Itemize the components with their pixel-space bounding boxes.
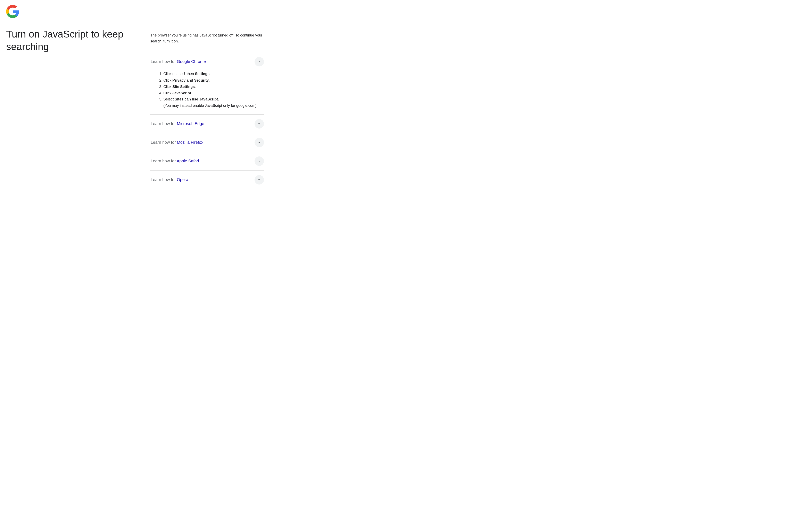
accordion-label: Learn how for Microsoft Edge: [151, 121, 204, 126]
step-text: .: [195, 85, 196, 89]
step-text: Click: [163, 91, 172, 95]
step-bold: Sites can use JavaScript: [175, 97, 218, 101]
browser-link-opera[interactable]: Opera: [177, 177, 188, 182]
browser-link-safari[interactable]: Apple Safari: [177, 159, 199, 163]
page-title: Turn on JavaScript to keep searching: [6, 28, 141, 53]
learn-prefix: Learn how for: [151, 121, 177, 126]
step-text: Click on the: [163, 72, 184, 76]
chrome-step-4: Click JavaScript.: [163, 90, 264, 97]
accordion-label: Learn how for Google Chrome: [151, 59, 206, 64]
accordion-toggle-chrome[interactable]: Learn how for Google Chrome: [150, 52, 264, 71]
step-bold: Site Settings: [172, 85, 195, 89]
chevron-down-icon: [255, 119, 264, 129]
browser-link-chrome[interactable]: Google Chrome: [177, 59, 206, 64]
chrome-step-3: Click Site Settings.: [163, 84, 264, 90]
browser-accordion: Learn how for Google Chrome Click on the…: [150, 52, 264, 189]
step-text: Select: [163, 97, 175, 101]
step-bold: Privacy and Security: [172, 78, 209, 82]
accordion-item-opera: Learn how for Opera: [150, 170, 264, 189]
vertical-dots-icon: [184, 71, 186, 78]
accordion-body-chrome: Click on the then Settings. Click Privac…: [150, 71, 264, 114]
accordion-toggle-opera[interactable]: Learn how for Opera: [150, 171, 264, 189]
chrome-step-1: Click on the then Settings.: [163, 71, 264, 78]
step-text: Click: [163, 85, 172, 89]
step-bold: Settings: [195, 72, 210, 76]
accordion-item-safari: Learn how for Apple Safari: [150, 152, 264, 170]
accordion-label: Learn how for Mozilla Firefox: [151, 140, 203, 145]
svg-point-1: [185, 73, 185, 74]
accordion-item-firefox: Learn how for Mozilla Firefox: [150, 133, 264, 152]
chevron-down-icon: [255, 156, 264, 166]
chevron-down-icon: [255, 175, 264, 185]
step-text: Click: [163, 78, 172, 82]
chrome-step-2: Click Privacy and Security.: [163, 78, 264, 84]
learn-prefix: Learn how for: [151, 59, 177, 64]
accordion-toggle-firefox[interactable]: Learn how for Mozilla Firefox: [150, 133, 264, 152]
accordion-toggle-edge[interactable]: Learn how for Microsoft Edge: [150, 114, 264, 133]
step-text: .: [210, 72, 211, 76]
step-text: .: [209, 78, 210, 82]
step-text: .: [191, 91, 192, 95]
step-text: .: [218, 97, 219, 101]
accordion-label: Learn how for Opera: [151, 177, 188, 182]
browser-link-edge[interactable]: Microsoft Edge: [177, 121, 204, 126]
step-bold: JavaScript: [172, 91, 191, 95]
chrome-step-note: (You may instead enable JavaScript only …: [163, 103, 264, 109]
chevron-up-icon: [255, 57, 264, 66]
accordion-label: Learn how for Apple Safari: [151, 159, 199, 163]
browser-link-firefox[interactable]: Mozilla Firefox: [177, 140, 203, 145]
learn-prefix: Learn how for: [151, 159, 177, 163]
step-text: then: [186, 72, 195, 76]
chrome-step-5: Select Sites can use JavaScript. (You ma…: [163, 97, 264, 109]
learn-prefix: Learn how for: [151, 177, 177, 182]
svg-point-2: [185, 74, 185, 75]
intro-text: The browser you're using has JavaScript …: [150, 33, 264, 44]
accordion-item-chrome: Learn how for Google Chrome Click on the…: [150, 52, 264, 114]
accordion-toggle-safari[interactable]: Learn how for Apple Safari: [150, 152, 264, 170]
learn-prefix: Learn how for: [151, 140, 177, 145]
google-logo-icon: [6, 5, 264, 18]
svg-point-0: [185, 72, 185, 73]
chevron-down-icon: [255, 138, 264, 147]
accordion-item-edge: Learn how for Microsoft Edge: [150, 114, 264, 133]
